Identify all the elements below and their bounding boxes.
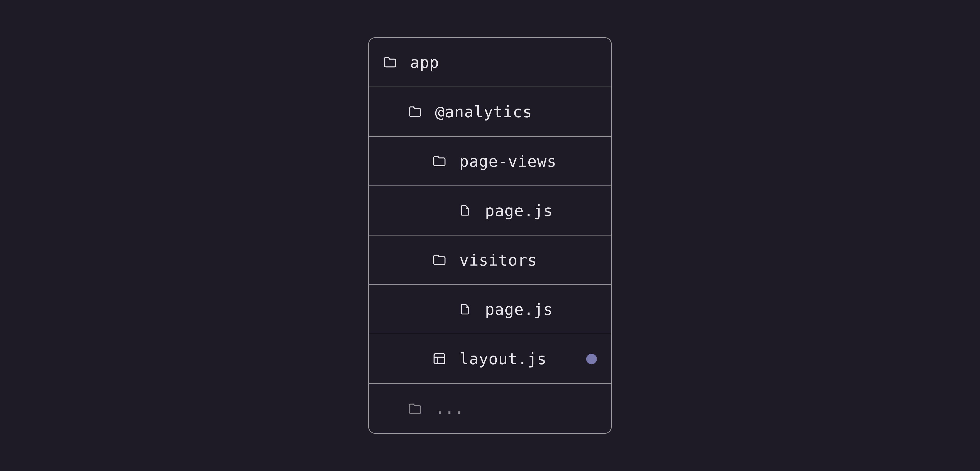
tree-row-label: app xyxy=(410,53,439,71)
layout-icon xyxy=(432,351,447,366)
file-tree: app @analytics page-views page.js visito xyxy=(368,37,612,434)
tree-row-label: ... xyxy=(435,399,464,418)
folder-icon xyxy=(382,55,398,70)
folder-icon xyxy=(432,252,447,267)
svg-rect-0 xyxy=(434,354,445,364)
tree-row-label: page.js xyxy=(485,300,553,319)
tree-row[interactable]: layout.js xyxy=(369,334,611,384)
folder-icon xyxy=(407,104,422,119)
tree-row-label: page.js xyxy=(485,201,553,220)
tree-row[interactable]: ... xyxy=(369,384,611,433)
folder-icon xyxy=(432,153,447,169)
tree-row[interactable]: @analytics xyxy=(369,87,611,137)
tree-row-label: @analytics xyxy=(435,102,532,121)
tree-row[interactable]: page-views xyxy=(369,137,611,186)
folder-icon xyxy=(407,401,422,416)
file-icon xyxy=(458,203,473,218)
tree-row[interactable]: app xyxy=(369,38,611,87)
tree-row-label: visitors xyxy=(460,251,537,269)
file-icon xyxy=(458,302,473,317)
tree-row[interactable]: page.js xyxy=(369,285,611,334)
modified-dot-icon xyxy=(586,353,597,364)
tree-row[interactable]: visitors xyxy=(369,235,611,285)
tree-row-label: layout.js xyxy=(460,350,547,368)
tree-row-label: page-views xyxy=(460,152,557,170)
tree-row[interactable]: page.js xyxy=(369,186,611,235)
